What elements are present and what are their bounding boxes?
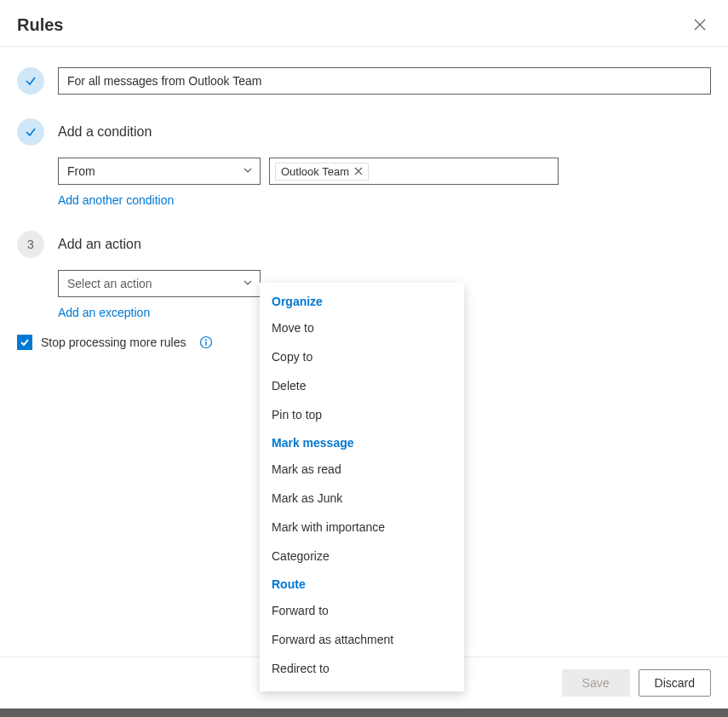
rule-name-row xyxy=(17,67,711,95)
dropdown-item[interactable]: Copy to xyxy=(260,342,464,371)
close-icon xyxy=(694,19,706,31)
action-select-placeholder: Select an action xyxy=(67,277,152,290)
dropdown-group-header: Organize xyxy=(260,288,464,313)
action-label: Add an action xyxy=(58,231,711,258)
svg-point-1 xyxy=(206,339,208,341)
dropdown-group-header: Route xyxy=(260,571,464,596)
dropdown-item[interactable]: Forward as attachment xyxy=(260,625,464,654)
discard-button[interactable]: Discard xyxy=(639,669,711,697)
rule-name-input[interactable] xyxy=(58,67,711,95)
add-another-condition-link[interactable]: Add another condition xyxy=(58,193,174,207)
people-chip: Outlook Team xyxy=(275,163,369,181)
step-badge-3: 3 xyxy=(17,231,44,258)
close-icon xyxy=(354,167,363,175)
info-icon[interactable] xyxy=(199,336,213,349)
chip-label: Outlook Team xyxy=(281,165,349,178)
condition-row: Add a condition From Outlook Team xyxy=(17,118,711,207)
stop-processing-label: Stop processing more rules xyxy=(41,336,186,349)
svg-rect-2 xyxy=(206,341,207,346)
chevron-down-icon xyxy=(243,277,253,290)
dropdown-group-header: Mark message xyxy=(260,429,464,455)
background-strip xyxy=(0,708,728,717)
condition-type-value: From xyxy=(67,164,95,178)
chevron-down-icon xyxy=(243,164,253,178)
stop-processing-checkbox[interactable] xyxy=(17,335,32,350)
step-badge-1 xyxy=(17,67,44,95)
dropdown-item[interactable]: Move to xyxy=(260,313,464,342)
check-icon xyxy=(25,126,37,138)
action-dropdown: OrganizeMove toCopy toDeletePin to topMa… xyxy=(260,283,464,691)
dropdown-item[interactable]: Categorize xyxy=(260,542,464,571)
dialog-title: Rules xyxy=(17,15,63,35)
check-icon xyxy=(20,337,30,347)
close-button[interactable] xyxy=(689,14,711,36)
save-button[interactable]: Save xyxy=(562,669,630,697)
dropdown-item[interactable]: Pin to top xyxy=(260,400,464,429)
add-exception-link[interactable]: Add an exception xyxy=(58,306,150,319)
dialog-header: Rules xyxy=(0,0,728,47)
condition-type-select[interactable]: From xyxy=(58,158,261,185)
chip-remove-button[interactable] xyxy=(354,167,363,175)
dropdown-item[interactable]: Mark with importance xyxy=(260,513,464,542)
check-icon xyxy=(25,75,37,87)
condition-people-picker[interactable]: Outlook Team xyxy=(269,158,559,185)
dropdown-item[interactable]: Mark as read xyxy=(260,455,464,484)
action-select[interactable]: Select an action xyxy=(58,270,261,297)
dropdown-item[interactable]: Forward to xyxy=(260,596,464,625)
condition-label: Add a condition xyxy=(58,118,711,146)
dropdown-item[interactable]: Delete xyxy=(260,371,464,400)
dropdown-item[interactable]: Redirect to xyxy=(260,654,464,683)
step-badge-2 xyxy=(17,118,44,146)
dropdown-item[interactable]: Mark as Junk xyxy=(260,484,464,513)
